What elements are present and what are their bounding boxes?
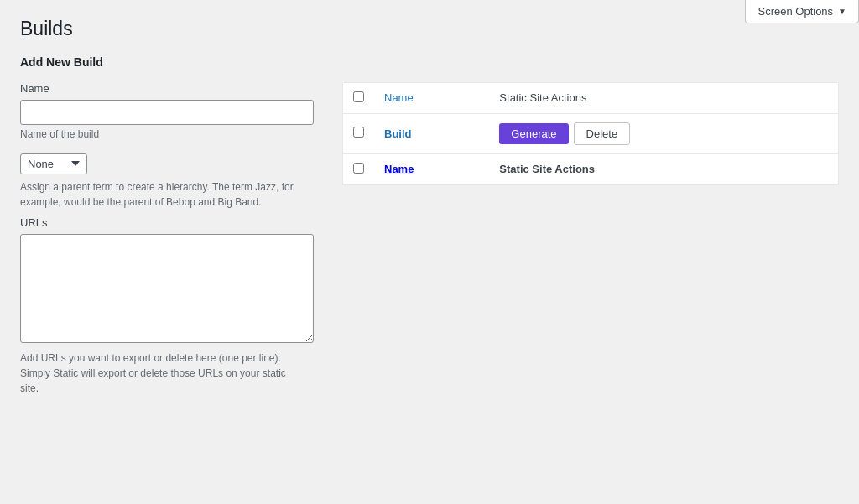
right-panel: Name Static Site Actions Build (342, 82, 839, 185)
table-header-row: Name Static Site Actions (343, 83, 838, 114)
footer-actions-cell: Static Site Actions (489, 153, 838, 184)
header-name-link[interactable]: Name (384, 91, 414, 104)
builds-table: Name Static Site Actions Build (343, 83, 838, 184)
urls-field-group: URLs Add URLs you want to export or dele… (20, 216, 322, 396)
page-wrapper: Screen Options ▼ Builds Add New Build Na… (0, 0, 859, 426)
name-field-group: Name Name of the build (20, 82, 322, 140)
page-title: Builds (20, 17, 839, 42)
screen-options-button[interactable]: Screen Options ▼ (745, 0, 859, 23)
footer-name-cell: Name (374, 153, 489, 184)
build-name-link[interactable]: Build (384, 127, 412, 140)
footer-name-link[interactable]: Name (384, 163, 414, 175)
generate-button[interactable]: Generate (499, 123, 568, 144)
screen-options-label: Screen Options (757, 5, 833, 18)
name-input[interactable] (20, 100, 314, 125)
header-check-cell (343, 83, 374, 114)
delete-button[interactable]: Delete (574, 122, 631, 145)
builds-table-container: Name Static Site Actions Build (342, 82, 839, 185)
parent-field-group: None Assign a parent term to create a hi… (20, 153, 322, 210)
row-check-cell (343, 113, 374, 153)
header-name-cell: Name (374, 83, 489, 114)
urls-label: URLs (20, 216, 322, 229)
actions-container: Generate Delete (499, 122, 828, 145)
urls-textarea[interactable] (20, 234, 314, 343)
left-panel: Name Name of the build None Assign a par… (20, 82, 322, 409)
table-footer-row: Name Static Site Actions (343, 153, 838, 184)
row-checkbox[interactable] (353, 127, 364, 138)
row-name-cell: Build (374, 113, 489, 153)
section-title: Add New Build (20, 55, 839, 69)
main-layout: Name Name of the build None Assign a par… (20, 82, 839, 409)
header-actions-cell: Static Site Actions (489, 83, 838, 114)
parent-hint: Assign a parent term to create a hierarc… (20, 179, 297, 210)
urls-hint: Add URLs you want to export or delete he… (20, 351, 297, 396)
table-row: Build Generate Delete (343, 113, 838, 153)
row-actions-cell: Generate Delete (489, 113, 838, 153)
name-hint: Name of the build (20, 128, 322, 140)
parent-select[interactable]: None (20, 153, 87, 174)
name-label: Name (20, 82, 322, 95)
chevron-down-icon: ▼ (838, 7, 846, 16)
footer-check-cell (343, 153, 374, 184)
footer-checkbox[interactable] (353, 163, 364, 174)
header-checkbox[interactable] (353, 91, 364, 102)
